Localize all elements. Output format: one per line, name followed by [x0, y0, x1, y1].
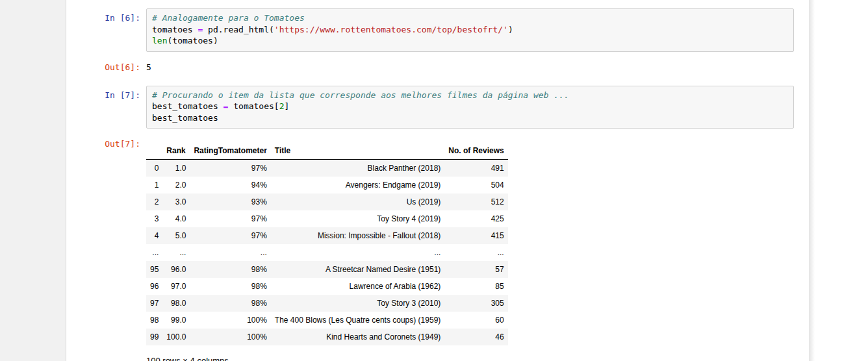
table-cell: 96.0 — [162, 261, 190, 278]
code-token: (tomatoes) — [167, 36, 218, 45]
table-row: 9596.098%A Streetcar Named Desire (1951)… — [146, 261, 508, 278]
code-token-str: 'https://www.rottentomatoes.com/top/best… — [274, 25, 508, 34]
code-editor-6[interactable]: # Analogamente para o Tomatoestomatoes =… — [146, 8, 794, 52]
table-row: 23.093%Us (2019)512 — [146, 193, 508, 210]
table-cell: 60 — [444, 312, 507, 329]
table-row: ............... — [146, 244, 508, 261]
column-header: RatingTomatometer — [190, 142, 270, 160]
table-cell: 85 — [444, 278, 507, 295]
table-cell: 97% — [190, 227, 270, 244]
row-index-cell: 95 — [146, 261, 162, 278]
row-index-cell: 3 — [146, 210, 162, 227]
table-cell: Mission: Impossible - Fallout (2018) — [271, 227, 444, 244]
table-cell: 2.0 — [162, 177, 190, 193]
output-prompt-7: Out[7]: — [67, 134, 146, 149]
code-token: tomatoes — [152, 25, 198, 34]
table-cell: 98% — [190, 261, 270, 278]
code-line: len(tomatoes) — [152, 35, 788, 47]
table-row: 01.097%Black Panther (2018)491 — [146, 160, 508, 177]
output-value-6: 5 — [146, 58, 151, 73]
table-cell: Toy Story 4 (2019) — [271, 210, 444, 227]
table-cell: 98.0 — [162, 295, 190, 312]
code-line: # Procurando o item da lista que corresp… — [152, 90, 788, 101]
input-prompt-7: In [7]: — [67, 86, 146, 101]
table-cell: Black Panther (2018) — [271, 160, 444, 177]
code-content-7: # Procurando o item da lista que corresp… — [152, 90, 788, 124]
output-area-6: Out[6]: 5 — [67, 58, 809, 73]
row-index-cell: 0 — [146, 160, 162, 177]
table-cell: ... — [190, 244, 270, 261]
table-cell: 425 — [444, 210, 507, 227]
dataframe-dimensions: 100 rows × 4 columns — [146, 356, 508, 361]
table-cell: 100.0 — [162, 329, 190, 345]
table-cell: 46 — [444, 329, 507, 345]
code-editor-7[interactable]: # Procurando o item da lista que corresp… — [146, 86, 794, 129]
input-prompt-6: In [6]: — [67, 8, 146, 23]
row-index-cell: 2 — [146, 193, 162, 210]
table-cell: 1.0 — [162, 160, 190, 177]
index-column-header — [146, 142, 162, 160]
table-cell: 491 — [444, 160, 507, 177]
code-token: ] — [285, 101, 290, 111]
code-token-blt: len — [152, 36, 167, 45]
page-left-gutter — [0, 0, 66, 361]
code-token: best_tomatoes — [152, 113, 218, 123]
table-cell: 93% — [190, 193, 270, 210]
table-cell: The 400 Blows (Les Quatre cents coups) (… — [271, 312, 444, 329]
table-cell: 415 — [444, 227, 507, 244]
column-header: Rank — [162, 142, 190, 160]
output-prompt-6: Out[6]: — [67, 58, 146, 73]
table-cell: A Streetcar Named Desire (1951) — [271, 261, 444, 278]
dataframe-body: 01.097%Black Panther (2018)49112.094%Ave… — [146, 160, 508, 346]
code-cell-6: In [6]: # Analogamente para o Tomatoesto… — [67, 8, 809, 52]
table-row: 34.097%Toy Story 4 (2019)425 — [146, 210, 508, 227]
table-cell: 512 — [444, 193, 507, 210]
table-cell: 57 — [444, 261, 507, 278]
table-cell: Lawrence of Arabia (1962) — [271, 278, 444, 295]
table-cell: Avengers: Endgame (2019) — [271, 177, 444, 193]
code-cell-7: In [7]: # Procurando o item da lista que… — [67, 86, 809, 129]
table-row: 45.097%Mission: Impossible - Fallout (20… — [146, 227, 508, 244]
code-token: ) — [508, 25, 513, 34]
table-cell: 94% — [190, 177, 270, 193]
code-token: tomatoes[ — [228, 101, 279, 111]
row-index-cell: 98 — [146, 312, 162, 329]
notebook-edge-shadow — [809, 0, 815, 361]
table-cell: 97% — [190, 210, 270, 227]
code-token: best_tomatoes — [152, 101, 223, 111]
table-cell: 4.0 — [162, 210, 190, 227]
code-token: pd.read_html( — [203, 25, 274, 34]
code-line: tomatoes = pd.read_html('https://www.rot… — [152, 24, 788, 36]
row-index-cell: 4 — [146, 227, 162, 244]
code-line: # Analogamente para o Tomatoes — [152, 12, 788, 24]
notebook-cells-area: In [6]: # Analogamente para o Tomatoesto… — [67, 0, 809, 361]
row-index-cell: 96 — [146, 278, 162, 295]
code-content-6: # Analogamente para o Tomatoestomatoes =… — [152, 12, 788, 47]
table-cell: 5.0 — [162, 227, 190, 244]
code-token-com: # Procurando o item da lista que corresp… — [152, 90, 569, 100]
output-area-7: Out[7]: RankRatingTomatometerTitleNo. of… — [67, 134, 809, 361]
row-index-cell: 97 — [146, 295, 162, 312]
code-token-com: # Analogamente para o Tomatoes — [152, 13, 305, 23]
table-cell: ... — [162, 244, 190, 261]
table-cell: 97% — [190, 160, 270, 177]
dataframe-header: RankRatingTomatometerTitleNo. of Reviews — [146, 142, 508, 160]
table-cell: ... — [444, 244, 507, 261]
table-row: 9697.098%Lawrence of Arabia (1962)85 — [146, 278, 508, 295]
table-cell: 100% — [190, 329, 270, 345]
column-header: Title — [271, 142, 444, 160]
table-row: 9798.098%Toy Story 3 (2010)305 — [146, 295, 508, 312]
table-row: 12.094%Avengers: Endgame (2019)504 — [146, 177, 508, 193]
table-cell: 3.0 — [162, 193, 190, 210]
table-header-row: RankRatingTomatometerTitleNo. of Reviews — [146, 142, 508, 160]
table-cell: 504 — [444, 177, 507, 193]
table-cell: Us (2019) — [271, 193, 444, 210]
table-cell: 100% — [190, 312, 270, 329]
code-line: best_tomatoes = tomatoes[2] — [152, 101, 788, 112]
table-cell: Toy Story 3 (2010) — [271, 295, 444, 312]
row-index-cell: 1 — [146, 177, 162, 193]
dataframe-output: RankRatingTomatometerTitleNo. of Reviews… — [146, 142, 508, 361]
table-cell: ... — [271, 244, 444, 261]
table-cell: 99.0 — [162, 312, 190, 329]
row-index-cell: 99 — [146, 329, 162, 345]
